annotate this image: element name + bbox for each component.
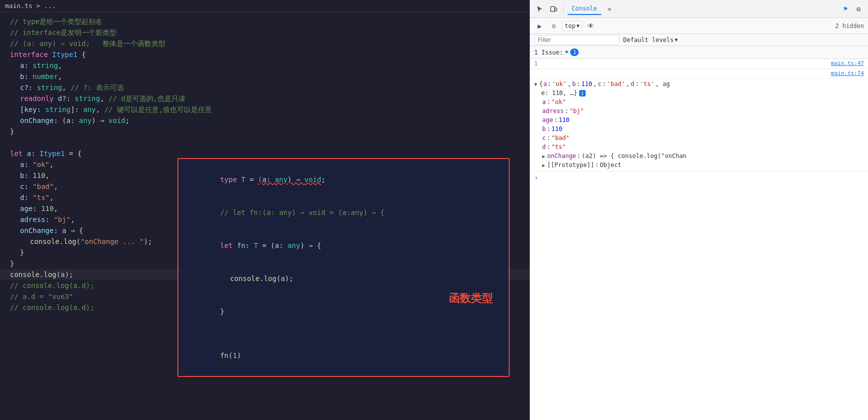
code-line [0, 137, 530, 148]
cursor-icon[interactable] [534, 4, 545, 14]
prop-c: c : "bad" [534, 134, 864, 143]
prop-d: d : "ts" [534, 143, 864, 152]
devtools-panel: Console » ⚑ ⚙ ▶ ⊘ top ▼ 👁 2 hidden Defau… [530, 0, 868, 420]
console-source-link-2[interactable]: main.ts:74 [831, 70, 864, 76]
box-line-4: console.log(a); [186, 262, 501, 295]
code-line: [key: string]: any, // 键可以是任意,值也可以是任意 [0, 104, 530, 115]
box-line-6: fn(1) [186, 339, 501, 372]
code-line: } [0, 126, 530, 137]
context-selector[interactable]: top ▼ [562, 21, 582, 31]
hidden-count: 2 hidden [835, 22, 864, 30]
breadcrumb: main.ts > ... [0, 0, 530, 12]
prop-age: age : 110 [534, 116, 864, 125]
prop-onchange[interactable]: onChange : (a2) => { console.log("onChan [534, 152, 864, 161]
box-line-5: } 函数类型 [186, 295, 501, 339]
info-icon: i [579, 90, 586, 96]
expand-prototype-icon[interactable] [542, 162, 545, 168]
issues-bar: 1 Issue: ⚑ 1 [530, 46, 868, 59]
expand-toggle[interactable] [534, 82, 537, 87]
flag-badge-icon: ⚑ [565, 49, 569, 56]
eye-icon[interactable]: 👁 [585, 20, 596, 32]
console-entry: 1 main.ts:47 [530, 59, 868, 69]
console-prompt: › [530, 171, 868, 184]
prop-adress: adress : "bj" [534, 107, 864, 116]
devtools-toolbar: Console » ⚑ ⚙ [530, 0, 868, 18]
object-tree: { a : 'ok' , b : 110 , c : 'bad' , d : '… [530, 79, 868, 171]
code-line: b: number, [0, 71, 530, 82]
device-icon[interactable] [548, 4, 559, 14]
object-summary-row-2: e: 110, …} i [534, 89, 864, 98]
separator [563, 4, 564, 14]
highlight-box: type T = (a: any) ⇒ void; // let fn:(a: … [177, 158, 510, 377]
code-line: readonly d?: string, // d是可选的,也是只读 [0, 93, 530, 104]
code-line: // type是给一个类型起别名 [0, 16, 530, 27]
settings-icon[interactable]: ⚙ [853, 4, 864, 14]
code-line: onChange: (a: any) ⇒ void; [0, 115, 530, 126]
issue-count: 1 [570, 48, 579, 56]
code-line: a: string, [0, 60, 530, 71]
function-type-label: 函数类型 [449, 293, 493, 304]
console-filter: Default levels ▼ [530, 34, 868, 46]
box-line-2: // let fn:(a: any) ⇒ void = (a:any) ⇒ { [186, 196, 501, 229]
prompt-arrow: › [534, 174, 538, 182]
flag-icon[interactable]: ⚑ [840, 4, 851, 14]
code-line: interface Itype1 { [0, 49, 530, 60]
run-script-icon[interactable]: ▶ [534, 20, 545, 32]
code-line: c?: string, // ?: 表示可选 [0, 82, 530, 93]
object-summary-row[interactable]: { a : 'ok' , b : 110 , c : 'bad' , d : '… [534, 80, 864, 89]
tab-console[interactable]: Console [568, 3, 601, 15]
issue-badge: 1 Issue: ⚑ 1 [534, 48, 579, 56]
default-levels-selector[interactable]: Default levels ▼ [623, 36, 678, 44]
code-line: // (a: any) ⇒ void; 整体是一个函数类型 [0, 38, 530, 49]
code-line: let a: Itype1 = { [0, 148, 530, 159]
console-toolbar: ▶ ⊘ top ▼ 👁 2 hidden [530, 18, 868, 34]
console-source-link[interactable]: main.ts:47 [831, 60, 864, 66]
tab-area: Console [568, 3, 601, 15]
prop-b: b : 110 [534, 125, 864, 134]
svg-rect-1 [555, 8, 557, 11]
box-line-3: let fn: T = (a: any) ⇒ { [186, 229, 501, 262]
more-tabs-icon[interactable]: » [604, 4, 615, 14]
prop-prototype[interactable]: [[Prototype]] : Object [534, 161, 864, 170]
editor-panel: main.ts > ... // type是给一个类型起别名 // interf… [0, 0, 530, 420]
expand-onchange-icon[interactable] [542, 154, 545, 159]
code-line: // interface是发明一个新类型 [0, 27, 530, 38]
prop-a: a : "ok" [534, 98, 864, 107]
box-line-1: type T = (a: any) ⇒ void; [186, 163, 501, 196]
clear-console-icon[interactable]: ⊘ [548, 20, 559, 32]
console-line-number: 1 [534, 60, 549, 67]
console-entry-2: main.ts:74 [530, 69, 868, 79]
filter-input[interactable] [534, 35, 619, 45]
svg-rect-0 [551, 6, 555, 12]
console-output[interactable]: 1 main.ts:47 main.ts:74 { a : 'ok' , b :… [530, 59, 868, 420]
code-area: // type是给一个类型起别名 // interface是发明一个新类型 //… [0, 12, 530, 317]
